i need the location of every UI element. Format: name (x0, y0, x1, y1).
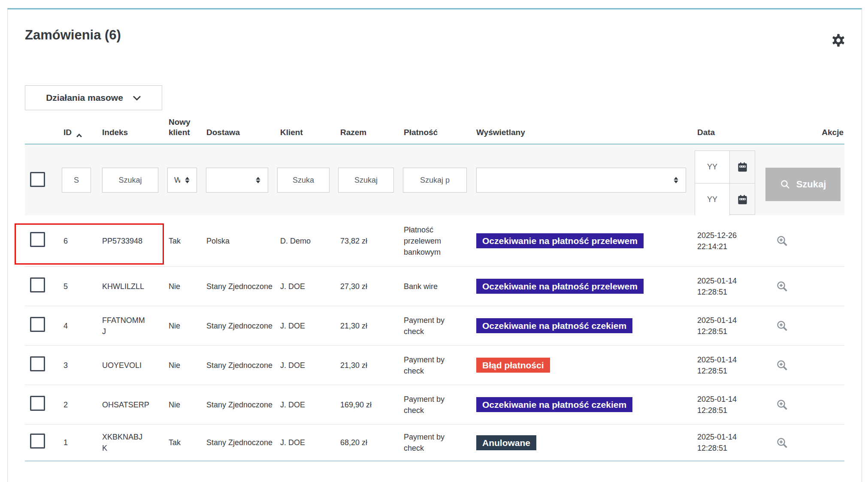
cell-akcje (769, 358, 844, 372)
calendar-icon (737, 194, 748, 205)
cell-status: Oczekiwanie na płatność przelewem (471, 233, 692, 248)
cell-data: 2025-01-1412:28:51 (692, 315, 769, 337)
view-order-button[interactable] (775, 280, 789, 293)
cell-klient: J. DOE (275, 437, 335, 448)
view-order-button[interactable] (775, 234, 789, 247)
header-data: Data (692, 117, 769, 144)
cell-status: Oczekiwanie na płatność czekiem (471, 318, 692, 333)
cell-klient: J. DOE (275, 320, 335, 331)
cell-indeks: FFATNOMMJ (97, 315, 163, 337)
table-row: 4 FFATNOMMJ Nie Stany Zjednoczone J. DOE… (25, 306, 844, 345)
cell-id: 3 (58, 360, 97, 371)
cell-razem: 21,30 zł (335, 320, 399, 331)
cell-id: 4 (58, 320, 97, 331)
filter-indeks-input[interactable] (102, 168, 158, 193)
cell-status: Oczekiwanie na płatność czekiem (471, 397, 692, 412)
cell-akcje (769, 319, 844, 332)
status-badge: Oczekiwanie na płatność czekiem (476, 318, 632, 333)
page-title: Zamówienia (6) (25, 27, 121, 43)
select-arrows-icon (184, 176, 190, 184)
filter-klient-input[interactable] (277, 168, 330, 193)
cell-akcje (769, 234, 844, 247)
header-akcje: Akcje (769, 117, 844, 144)
filter-date-to-input[interactable] (695, 184, 730, 215)
search-button[interactable]: Szukaj (765, 168, 841, 201)
header-platnosc: Płatność (399, 117, 471, 144)
row-checkbox[interactable] (30, 356, 45, 371)
cell-dostawa: Polska (201, 235, 275, 247)
cell-dostawa: Stany Zjednoczone (201, 437, 275, 448)
cell-akcje (769, 280, 844, 293)
bulk-actions-label: Działania masowe (46, 93, 123, 103)
select-arrows-icon (673, 176, 679, 184)
filter-wyswietlany-select[interactable] (476, 168, 686, 193)
filter-date-from-input[interactable] (695, 151, 730, 183)
cell-id: 6 (58, 235, 97, 247)
zoom-in-icon (775, 280, 789, 293)
view-order-button[interactable] (775, 398, 789, 411)
cell-razem: 68,20 zł (335, 437, 399, 448)
table-row: 5 KHWLILZLL Nie Stany Zjednoczone J. DOE… (25, 266, 844, 306)
cell-nowy-klient: Tak (163, 437, 201, 448)
cell-platnosc: Płatność przelewem bankowym (399, 224, 471, 258)
cell-indeks: PP5733948 (97, 235, 163, 247)
cell-indeks: UOYEVOLI (97, 360, 163, 371)
cell-dostawa: Stany Zjednoczone (201, 320, 275, 331)
orders-table: ID Indeks Nowy klient Dostawa Klient Raz… (25, 117, 844, 461)
header-id[interactable]: ID (58, 117, 97, 144)
filter-platnosc-input[interactable] (403, 168, 467, 193)
cell-data: 2025-01-1412:28:51 (692, 394, 769, 416)
cell-razem: 21,30 zł (335, 360, 399, 371)
cell-data: 2025-01-1412:28:51 (692, 431, 769, 454)
status-badge: Błąd płatności (476, 358, 550, 373)
table-header-row: ID Indeks Nowy klient Dostawa Klient Raz… (25, 117, 844, 145)
search-icon (780, 179, 790, 190)
status-badge: Oczekiwanie na płatność przelewem (476, 233, 644, 248)
cell-status: Błąd płatności (471, 358, 692, 373)
row-checkbox[interactable] (30, 396, 45, 411)
cell-akcje (769, 436, 844, 449)
zoom-in-icon (775, 436, 789, 449)
cell-razem: 169,90 zł (335, 399, 399, 410)
view-order-button[interactable] (775, 358, 789, 372)
cell-data: 2025-01-1412:28:51 (692, 354, 769, 377)
row-checkbox[interactable] (30, 317, 45, 332)
filter-razem-input[interactable] (338, 168, 394, 193)
date-filter-group (695, 151, 755, 215)
chevron-down-icon (133, 95, 141, 101)
cell-id: 1 (58, 437, 97, 448)
settings-button[interactable] (830, 32, 847, 49)
status-badge: Oczekiwanie na płatność przelewem (476, 279, 644, 294)
view-order-button[interactable] (775, 436, 789, 449)
cell-id: 2 (58, 399, 97, 410)
cell-indeks: KHWLILZLL (97, 281, 163, 292)
header-nowy-klient: Nowy klient (163, 117, 201, 144)
cell-razem: 27,30 zł (335, 281, 399, 292)
cell-platnosc: Payment by check (399, 431, 471, 454)
cell-klient: J. DOE (275, 399, 335, 410)
date-to-picker-button[interactable] (730, 184, 755, 215)
select-all-checkbox[interactable] (30, 172, 45, 187)
date-from-picker-button[interactable] (730, 151, 755, 183)
header-klient: Klient (275, 117, 335, 144)
status-badge: Anulowane (476, 435, 536, 450)
cell-dostawa: Stany Zjednoczone (201, 399, 275, 410)
header-wyswietlany: Wyświetlany (471, 117, 692, 144)
cell-nowy-klient: Tak (163, 235, 201, 247)
cell-razem: 73,82 zł (335, 235, 399, 247)
table-row: 6 PP5733948 Tak Polska D. Demo 73,82 zł … (25, 215, 844, 266)
filter-id-input[interactable] (62, 168, 91, 193)
row-checkbox[interactable] (30, 232, 45, 247)
filter-nowy-klient-select[interactable]: W (167, 168, 197, 193)
row-checkbox[interactable] (30, 277, 45, 292)
view-order-button[interactable] (775, 319, 789, 332)
bulk-actions-button[interactable]: Działania masowe (25, 85, 162, 110)
filter-dostawa-select[interactable] (206, 168, 268, 193)
zoom-in-icon (775, 234, 789, 247)
cell-nowy-klient: Nie (163, 399, 201, 410)
row-checkbox[interactable] (30, 434, 45, 449)
cell-dostawa: Stany Zjednoczone (201, 360, 275, 371)
cell-indeks: OHSATSERP (97, 399, 163, 410)
cell-status: Anulowane (471, 435, 692, 450)
sort-asc-icon (76, 133, 82, 138)
